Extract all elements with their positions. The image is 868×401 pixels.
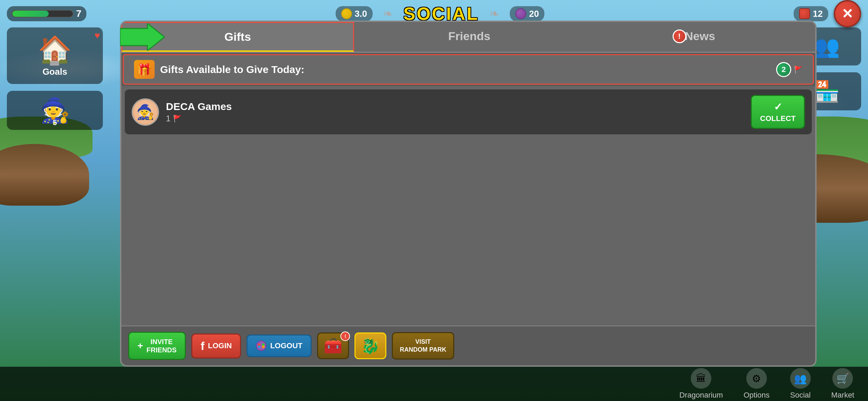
tab-gifts-label: Gifts: [225, 30, 251, 44]
health-bar-fill: [12, 11, 49, 17]
chest-icon: 🧰: [324, 337, 342, 355]
health-bar-container: 7: [7, 6, 86, 21]
nav-social[interactable]: 👥 Social: [790, 368, 811, 400]
game-center-icon: [256, 340, 267, 351]
tab-bar: Gifts Friends ! News: [121, 22, 815, 53]
nav-dragonarium[interactable]: 🏛 Dragonarium: [679, 368, 723, 400]
goals-label: Goals: [14, 66, 96, 77]
dragon-icon: 🐉: [361, 337, 380, 355]
goals-card[interactable]: 🏠 Goals ♥: [7, 27, 103, 84]
invite-friends-button[interactable]: + INVITEFRIENDS: [128, 332, 186, 360]
collect-button[interactable]: ✓ COLLECT: [751, 95, 805, 129]
options-label: Options: [744, 391, 770, 400]
gem-icon: [515, 8, 526, 19]
gifts-header-left: 🎁 Gifts Available to Give Today:: [134, 60, 304, 79]
chest-button[interactable]: 🧰 !: [317, 332, 349, 359]
tab-friends-label: Friends: [448, 29, 491, 43]
invite-plus-icon: +: [137, 340, 143, 351]
gifts-header-right: 2 🚩: [776, 62, 803, 77]
social-icon: 👥: [790, 368, 811, 389]
options-icon: ⚙: [746, 368, 767, 389]
health-value: 7: [76, 8, 82, 19]
top-bar-left: 7: [7, 6, 86, 21]
tab-news[interactable]: ! News: [584, 22, 815, 52]
svg-marker-0: [120, 23, 165, 51]
goals-icon: 🏠: [14, 34, 96, 66]
bottom-bar: + INVITEFRIENDS f LOGIN LOGOUT 🧰 ! 🐉: [121, 326, 815, 365]
chest-notification: !: [340, 331, 350, 341]
health-bar: [12, 10, 73, 17]
close-button[interactable]: ✕: [834, 0, 861, 27]
gems-value: 12: [813, 9, 823, 19]
market-label: Market: [831, 391, 854, 400]
svg-point-1: [256, 341, 266, 351]
svg-point-5: [262, 345, 265, 348]
market-icon: 🛒: [832, 368, 853, 389]
facebook-label: LOGIN: [208, 341, 232, 350]
wing-left-icon: ❧: [383, 7, 393, 21]
facebook-login-button[interactable]: f LOGIN: [191, 333, 241, 359]
bottom-nav: 🏛 Dragonarium ⚙ Options 👥 Social 🛒 Marke…: [0, 367, 868, 401]
gift-avatar: 🧙: [132, 98, 159, 126]
currency1-value: 3.0: [355, 9, 367, 19]
collect-label: COLLECT: [760, 114, 796, 123]
nav-market[interactable]: 🛒 Market: [831, 368, 854, 400]
ruby-icon: [799, 8, 810, 19]
social-label: Social: [790, 391, 811, 400]
logout-button[interactable]: LOGOUT: [246, 335, 312, 357]
gifts-count-badge: 2: [776, 62, 791, 77]
currency-gems: 20: [510, 6, 544, 21]
char-card[interactable]: 🧙 5: [7, 91, 103, 130]
social-modal: Gifts Friends ! News 🎁 Gifts Available t…: [120, 21, 817, 367]
dragonarium-icon: 🏛: [691, 368, 711, 389]
logout-label: LOGOUT: [270, 341, 302, 350]
gift-item-name: DECA Games: [166, 101, 744, 112]
gift-info: DECA Games 1 🚩: [166, 101, 744, 123]
visit-label: VISITRANDOM PARK: [400, 338, 446, 353]
collect-checkmark: ✓: [774, 101, 782, 113]
tab-friends[interactable]: Friends: [354, 22, 585, 52]
arrow-pointer: [120, 23, 165, 51]
character-number: 5: [53, 118, 57, 127]
invite-label: INVITEFRIENDS: [146, 338, 177, 354]
gift-icon-box: 🎁: [134, 60, 155, 79]
visit-random-park-button[interactable]: VISITRANDOM PARK: [392, 332, 454, 360]
svg-point-4: [258, 345, 261, 348]
coin-icon: [341, 8, 352, 19]
news-notification-badge: !: [673, 29, 686, 43]
left-panel: 🏠 Goals ♥ 🧙 5: [7, 27, 103, 367]
wing-right-icon: ❧: [489, 7, 499, 21]
dragonarium-label: Dragonarium: [679, 391, 723, 400]
gift-item: 🧙 DECA Games 1 🚩 ✓ COLLECT: [125, 89, 812, 134]
currency-coins: 3.0: [336, 6, 373, 21]
facebook-icon: f: [201, 339, 204, 353]
gems-counter: 12: [794, 6, 828, 21]
nav-options[interactable]: ⚙ Options: [744, 368, 770, 400]
heart-icon: ♥: [94, 30, 100, 41]
dragon-button[interactable]: 🐉: [354, 332, 386, 359]
tab-news-label: News: [685, 29, 715, 43]
modal-content[interactable]: 🧙 DECA Games 1 🚩 ✓ COLLECT: [121, 86, 815, 326]
currency2-value: 20: [529, 9, 539, 19]
gifts-header-text: Gifts Available to Give Today:: [160, 64, 304, 75]
gift-flag-icon: 🚩: [173, 114, 182, 123]
gift-item-amount: 1 🚩: [166, 114, 744, 123]
gifts-header: 🎁 Gifts Available to Give Today: 2 🚩: [123, 54, 814, 85]
flag-icon: 🚩: [794, 65, 803, 74]
